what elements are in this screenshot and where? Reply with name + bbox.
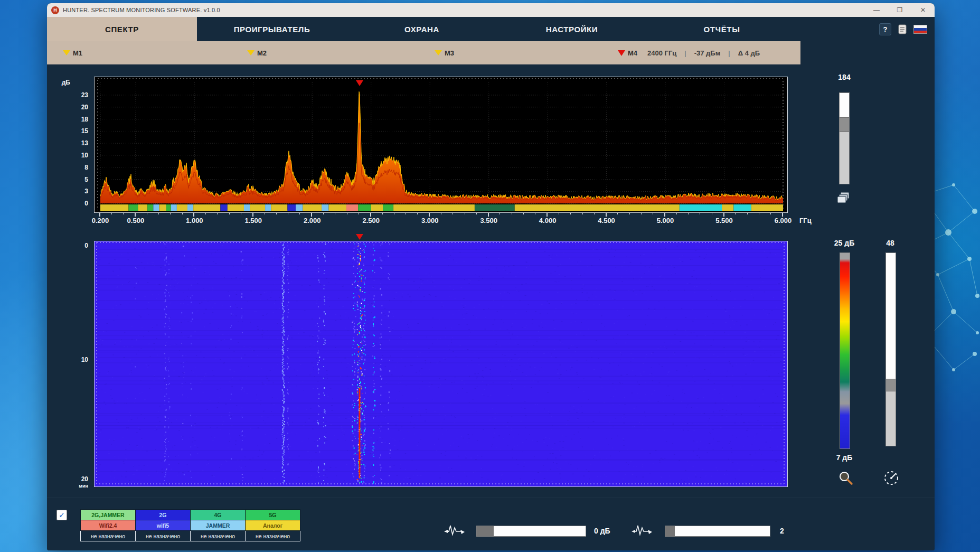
tab-player[interactable]: ПРОИГРЫВАТЕЛЬ bbox=[197, 17, 347, 41]
x-tick-label: 2.000 bbox=[295, 217, 329, 224]
bottom-bar: ✓ 2G,JAMMER2G4G5GWifi2.4wifi5JAMMERАнало… bbox=[47, 498, 935, 550]
marker-m2[interactable]: M2 bbox=[247, 49, 267, 57]
marker-bar: M1 M2 M3 M4 2400 ГГц | -37 дБм | Δ 4 дБ bbox=[47, 41, 800, 64]
x-tick-label: 6.000 bbox=[766, 217, 800, 224]
tab-security[interactable]: ОХРАНА bbox=[347, 17, 497, 41]
tab-bar: СПЕКТР ПРОИГРЫВАТЕЛЬ ОХРАНА НАСТРОЙКИ ОТ… bbox=[47, 17, 935, 41]
titlebar[interactable]: H HUNTER. SPECTRUM MONITORING SOFTWARE. … bbox=[47, 3, 935, 17]
m4-delta: Δ 4 дБ bbox=[738, 49, 760, 57]
spectrum-plot-frame bbox=[94, 77, 788, 213]
gain-slider-handle[interactable] bbox=[477, 526, 494, 536]
x-tick-label: 4.500 bbox=[590, 217, 624, 224]
legend-cell[interactable]: не назначено bbox=[191, 531, 246, 541]
legend-cell[interactable]: JAMMER bbox=[191, 520, 246, 531]
ref-level-slider[interactable] bbox=[839, 92, 850, 184]
tab-reports[interactable]: ОТЧЁТЫ bbox=[647, 17, 797, 41]
span-slider-handle[interactable] bbox=[886, 379, 896, 391]
span-value: 48 bbox=[874, 239, 906, 247]
x-tick-label: 0.200 bbox=[83, 217, 117, 224]
spectrum-plot[interactable] bbox=[95, 77, 786, 211]
gain-value: 0 дБ bbox=[594, 527, 610, 535]
marker-m3[interactable]: M3 bbox=[435, 49, 454, 57]
x-tick-label: 1.000 bbox=[177, 217, 211, 224]
legend-cell[interactable]: 2G bbox=[136, 510, 191, 520]
legend-table-body: 2G,JAMMER2G4G5GWifi2.4wifi5JAMMERАналогн… bbox=[81, 510, 300, 541]
x-axis-unit: ГГц bbox=[799, 217, 812, 224]
waterfall-tick-20: 20 bbox=[47, 475, 88, 483]
russian-flag-icon[interactable] bbox=[913, 25, 927, 34]
ref-slider-track-top[interactable] bbox=[840, 93, 849, 117]
help-icon[interactable]: ? bbox=[879, 23, 891, 35]
waterfall-plot-frame bbox=[94, 241, 788, 487]
legend-cell[interactable]: 2G,JAMMER bbox=[81, 510, 136, 520]
waterfall-y-unit: мин bbox=[47, 483, 88, 489]
maximize-button[interactable]: ❐ bbox=[888, 3, 911, 17]
layers-icon[interactable] bbox=[836, 191, 853, 206]
report-icon[interactable] bbox=[898, 24, 907, 34]
speed-value: 2 bbox=[780, 527, 784, 535]
app-window: H HUNTER. SPECTRUM MONITORING SOFTWARE. … bbox=[47, 3, 935, 550]
waterfall-plot[interactable] bbox=[95, 241, 786, 485]
x-tick-label: 5.000 bbox=[648, 217, 682, 224]
x-tick-label: 3.500 bbox=[472, 217, 506, 224]
x-tick-label: 3.000 bbox=[413, 217, 447, 224]
speed-slider-handle[interactable] bbox=[665, 526, 675, 536]
waterfall-tick-10: 10 bbox=[47, 356, 88, 363]
x-tick-label: 1.500 bbox=[237, 217, 270, 224]
color-scale-bar[interactable] bbox=[840, 252, 850, 449]
speed-slider[interactable] bbox=[665, 526, 770, 537]
legend-cell[interactable]: Wifi2.4 bbox=[81, 520, 136, 531]
x-tick-label: 2.500 bbox=[354, 217, 388, 224]
legend-cell[interactable]: 5G bbox=[246, 510, 300, 520]
gain-slider[interactable] bbox=[476, 526, 586, 537]
span-slider[interactable] bbox=[885, 252, 896, 446]
ref-slider-handle[interactable] bbox=[840, 117, 849, 132]
magnifier-icon[interactable] bbox=[838, 470, 854, 486]
legend-cell[interactable]: не назначено bbox=[246, 531, 300, 541]
scale-min-label: 7 дБ bbox=[828, 453, 860, 462]
minimize-button[interactable]: — bbox=[865, 3, 888, 17]
marker-m2-icon bbox=[247, 50, 255, 55]
gauge-icon[interactable] bbox=[882, 469, 900, 487]
span-slider-track-bottom[interactable] bbox=[886, 391, 896, 446]
legend-cell[interactable]: Аналог bbox=[246, 520, 300, 531]
legend-table: 2G,JAMMER2G4G5GWifi2.4wifi5JAMMERАналогн… bbox=[80, 509, 300, 541]
speed-waveform-icon bbox=[632, 522, 653, 537]
legend-cell[interactable]: wifi5 bbox=[136, 520, 191, 531]
scale-max-label: 25 дБ bbox=[828, 239, 860, 247]
legend-cell[interactable]: не назначено bbox=[81, 531, 136, 541]
waterfall-tick-0: 0 bbox=[47, 242, 88, 249]
ref-slider-track-bottom[interactable] bbox=[840, 132, 849, 184]
m4-frequency: 2400 ГГц bbox=[647, 49, 676, 57]
x-tick-label: 5.500 bbox=[708, 217, 741, 224]
legend-checkbox[interactable]: ✓ bbox=[56, 510, 67, 520]
x-tick-label: 4.000 bbox=[531, 217, 564, 224]
marker-m4-icon bbox=[618, 50, 625, 56]
waterfall-m4-marker-icon[interactable] bbox=[356, 234, 363, 240]
legend-cell[interactable]: не назначено bbox=[136, 531, 191, 541]
marker-m3-icon bbox=[435, 50, 442, 55]
marker-m4[interactable]: M4 2400 ГГц | -37 дБм | Δ 4 дБ bbox=[618, 49, 760, 57]
tab-settings[interactable]: НАСТРОЙКИ bbox=[497, 17, 647, 41]
legend-cell[interactable]: 4G bbox=[191, 510, 246, 520]
span-slider-track-top[interactable] bbox=[886, 253, 896, 379]
x-tick-label: 0.500 bbox=[119, 217, 153, 224]
close-button[interactable]: ✕ bbox=[911, 3, 935, 17]
waterfall-y-axis: 0 10 20 мин bbox=[47, 3, 88, 494]
spectrum-x-axis: 0.2000.5001.0001.5002.0002.5003.0003.500… bbox=[47, 217, 839, 226]
spectrum-m4-marker-icon[interactable] bbox=[356, 80, 363, 86]
m4-level: -37 дБм bbox=[694, 49, 721, 57]
gain-waveform-icon bbox=[444, 522, 465, 537]
ref-value: 184 bbox=[828, 73, 860, 81]
